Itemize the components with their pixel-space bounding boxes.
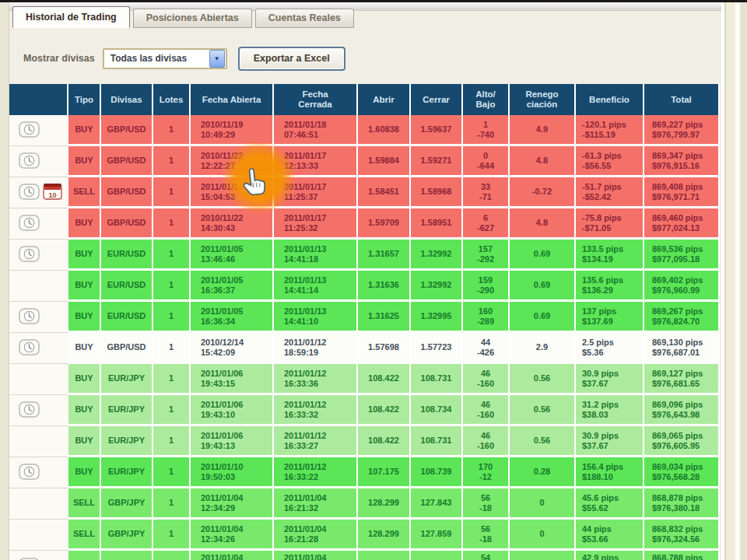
clock-icon[interactable]: [19, 308, 40, 327]
cell-beneficio: -51.7 pips -$52.42: [576, 177, 644, 208]
column-header-fecha-cerrada: Fecha Cerrada: [274, 84, 358, 115]
row-icons-cell: [9, 520, 68, 551]
cell-alto-bajo: 54: [463, 551, 510, 560]
cell-fecha-cerrada: 2011/01/04: [274, 551, 358, 560]
cell-cerrar: 108.734: [411, 395, 463, 426]
currency-filter-select[interactable]: Todas las divisas ▼: [103, 48, 227, 69]
column-header-total: Total: [644, 84, 720, 115]
table-row[interactable]: BUYGBP/USD12010/11/19 10:49:292011/01/18…: [9, 115, 720, 146]
table-row[interactable]: BUYEUR/JPY12011/01/10 19:50:032011/01/12…: [9, 457, 720, 488]
cell-total: 869,227 pips $976,799.97: [644, 115, 720, 146]
table-row[interactable]: BUYGBP/USD12010/11/22 12:22:272011/01/17…: [9, 146, 720, 177]
clock-icon[interactable]: [19, 401, 40, 420]
cell-beneficio: 45.6 pips $55.62: [576, 488, 644, 520]
cell-tipo: [68, 551, 101, 560]
cell-fecha-abierta: 2011/01/10 19:50:03: [191, 457, 274, 488]
table-row[interactable]: SELLGBP/JPY12011/01/04 12:34:292011/01/0…: [9, 488, 720, 520]
clock-icon[interactable]: [19, 464, 40, 482]
table-row[interactable]: BUYGBP/USD12010/11/22 14:30:432011/01/17…: [9, 208, 720, 240]
cell-lotes: 1: [153, 115, 191, 146]
cell-divisas: EUR/JPY: [101, 426, 153, 457]
cell-fecha-cerrada: 2011/01/13 14:41:14: [274, 271, 358, 302]
tab-historial-de-trading[interactable]: Historial de Trading: [12, 6, 130, 28]
cell-renegociacion: 0.56: [510, 364, 576, 395]
row-icons-cell: [9, 208, 68, 240]
row-icons-cell: [9, 488, 68, 520]
cell-alto-bajo: 56 -18: [463, 520, 510, 551]
cell-alto-bajo: 46 -160: [463, 395, 510, 426]
show-currencies-label: Mostrar divisas: [23, 53, 95, 64]
cell-tipo: SELL: [68, 488, 101, 520]
clock-icon[interactable]: [19, 184, 40, 202]
cell-lotes: 1: [153, 271, 191, 302]
cell-fecha-cerrada: 2011/01/18 07:46:51: [274, 115, 358, 146]
cell-alto-bajo: 56 -18: [463, 488, 510, 520]
cell-tipo: SELL: [68, 520, 101, 551]
tab-cuentas-reales[interactable]: Cuentas Reales: [255, 9, 354, 28]
table-row[interactable]: BUYEUR/JPY12011/01/06 19:43:102011/01/12…: [9, 395, 720, 426]
cell-alto-bajo: 6 -627: [463, 208, 510, 240]
clock-icon[interactable]: [19, 152, 40, 171]
cell-beneficio: -120.1 pips -$115.19: [576, 115, 644, 146]
row-icons-cell: [9, 302, 68, 333]
row-icons-cell: [9, 364, 68, 395]
cell-fecha-abierta: 2010/11/22 14:30:43: [191, 208, 274, 240]
table-row[interactable]: 2011/01/042011/01/045442.9 pips868,788 p…: [9, 551, 720, 560]
cell-fecha-abierta: 2011/01/14 15:04:53: [191, 177, 274, 208]
tab-posiciones-abiertas[interactable]: Posiciones Abiertas: [133, 9, 252, 28]
table-row[interactable]: BUYEUR/USD12011/01/05 13:46:462011/01/13…: [9, 240, 720, 271]
table-row[interactable]: BUYEUR/JPY12011/01/06 19:43:152011/01/12…: [9, 364, 720, 395]
filter-toolbar: Mostrar divisas Todas las divisas ▼ Expo…: [23, 45, 345, 72]
table-row[interactable]: BUYEUR/USD12011/01/05 16:36:372011/01/13…: [9, 271, 720, 302]
cell-beneficio: 137 pips $137.69: [576, 302, 644, 333]
cell-total: 869,130 pips $976,687.01: [644, 333, 720, 364]
cell-divisas: GBP/USD: [101, 333, 153, 364]
cell-tipo: BUY: [68, 208, 101, 240]
cell-abrir: 1.31657: [358, 240, 411, 271]
table-row[interactable]: BUYEUR/JPY12011/01/06 19:43:132011/01/12…: [9, 426, 720, 457]
export-excel-button[interactable]: Exportar a Excel: [238, 47, 345, 71]
cell-total: 869,408 pips $976,971.71: [644, 177, 720, 208]
cell-renegociacion: 0.69: [510, 271, 576, 302]
cell-fecha-abierta: 2010/12/14 15:42:09: [191, 333, 274, 364]
cell-beneficio: 135.6 pips $136.29: [576, 271, 644, 302]
table-row[interactable]: SELLGBP/JPY12011/01/04 12:34:262011/01/0…: [9, 520, 720, 551]
row-icons-cell: [9, 333, 68, 364]
cell-cerrar: [411, 551, 463, 560]
calendar-icon[interactable]: 10: [43, 183, 62, 202]
cell-fecha-cerrada: 2011/01/12 16:33:36: [274, 364, 358, 395]
cell-abrir: [358, 551, 411, 560]
table-row[interactable]: 10SELLGBP/USD12011/01/14 15:04:532011/01…: [9, 177, 720, 208]
cell-tipo: BUY: [68, 271, 101, 302]
cell-renegociacion: 0.56: [510, 395, 576, 426]
right-page-edge: [721, 2, 747, 560]
cell-fecha-abierta: 2011/01/05 16:36:34: [191, 302, 274, 333]
clock-icon[interactable]: [19, 121, 40, 140]
table-row[interactable]: BUYGBP/USD12010/12/14 15:42:092011/01/12…: [9, 333, 720, 364]
cell-lotes: [153, 551, 191, 560]
table-row[interactable]: BUYEUR/USD12011/01/05 16:36:342011/01/13…: [9, 302, 720, 333]
cell-total: 869,536 pips $977,095.18: [644, 240, 720, 271]
cell-total: 869,460 pips $977,024.13: [644, 208, 720, 240]
chevron-down-icon[interactable]: ▼: [209, 50, 225, 68]
cell-alto-bajo: 170 -12: [463, 457, 510, 488]
column-header-icons: [9, 84, 68, 115]
cell-beneficio: 42.9 pips: [576, 551, 644, 560]
clock-icon[interactable]: [19, 339, 40, 358]
cell-abrir: 108.422: [358, 426, 411, 457]
cell-divisas: EUR/USD: [101, 240, 153, 271]
cell-total: 869,127 pips $976,681.65: [644, 364, 720, 395]
cell-lotes: 1: [153, 333, 191, 364]
row-icons-cell: [9, 271, 68, 302]
left-page-edge: [0, 2, 9, 560]
cell-renegociacion: 4.8: [510, 146, 576, 177]
cell-tipo: BUY: [68, 333, 101, 364]
cell-fecha-abierta: 2011/01/06 19:43:10: [191, 395, 274, 426]
cell-cerrar: 108.739: [411, 457, 463, 488]
trades-table: TipoDivisasLotesFecha AbiertaFecha Cerra…: [9, 84, 720, 560]
cell-divisas: EUR/JPY: [101, 364, 153, 395]
clock-icon[interactable]: [19, 246, 40, 264]
cell-fecha-cerrada: 2011/01/12 16:33:22: [274, 457, 358, 488]
clock-icon[interactable]: [19, 215, 40, 233]
cell-alto-bajo: 160 -289: [463, 302, 510, 333]
